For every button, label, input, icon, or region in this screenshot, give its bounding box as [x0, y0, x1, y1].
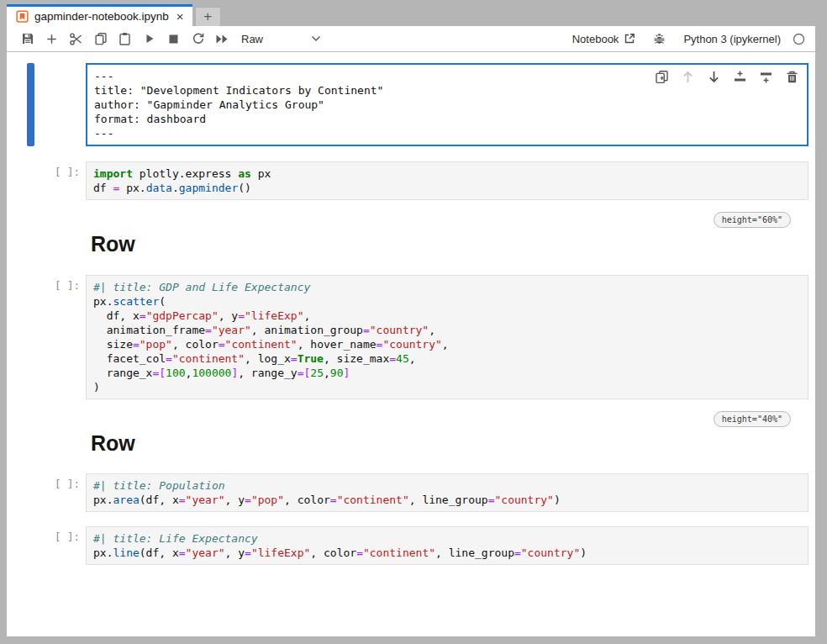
insert-cell-below-button[interactable] [40, 29, 64, 49]
kernel-status-icon [793, 33, 805, 45]
markdown-heading: Row [91, 432, 809, 456]
external-link-icon [624, 33, 635, 45]
code-cell-editor[interactable]: import plotly.express as pxdf = px.data.… [86, 161, 809, 200]
cell-input-prompt [34, 63, 86, 146]
jupyter-window: gapminder-notebook.ipynb × + [7, 0, 815, 636]
move-cell-up-icon [681, 70, 695, 84]
code-cell-editor[interactable]: #| title: Populationpx.area(df, x="year"… [86, 473, 809, 512]
chevron-down-icon [311, 35, 321, 42]
code-line: df = px.data.gapminder() [93, 181, 801, 195]
bug-icon [653, 33, 666, 45]
tab-gapminder-notebook[interactable]: gapminder-notebook.ipynb × [7, 4, 192, 26]
code-line: --- [94, 126, 800, 140]
markdown-rendered-body[interactable]: height="60%"Row [86, 214, 809, 261]
cell-input-prompt: [ ]: [34, 275, 86, 399]
code-line: px.area(df, x="year", y="pop", color="co… [93, 493, 801, 507]
cell-collapser[interactable] [27, 63, 34, 146]
save-button[interactable] [15, 29, 40, 49]
code-line: px.scatter( [93, 294, 801, 309]
code-line: import plotly.express as px [93, 166, 801, 181]
cell-input-prompt [34, 414, 86, 461]
stop-icon [168, 34, 179, 45]
code-line: facet_col="continent", log_x=True, size_… [93, 351, 801, 366]
open-in-notebook-link[interactable]: Notebook [572, 33, 636, 45]
notebook-link-label: Notebook [572, 33, 619, 45]
restart-kernel-button[interactable] [186, 29, 210, 49]
move-cell-down-icon[interactable] [707, 70, 721, 84]
code-cell[interactable]: [ ]:#| title: Populationpx.area(df, x="y… [7, 473, 815, 512]
cell-toolbar [655, 70, 799, 84]
cell-collapser [27, 214, 34, 261]
code-cell[interactable]: [ ]:#| title: Life Expectancypx.line(df,… [7, 526, 815, 565]
notebook-file-icon [16, 10, 29, 23]
debugger-button[interactable] [647, 29, 672, 49]
restart-and-run-all-button[interactable] [210, 29, 234, 49]
height-attribute-badge: height="40%" [714, 411, 791, 427]
restart-icon [192, 32, 205, 45]
code-line: format: dashboard [94, 112, 800, 126]
save-icon [21, 32, 34, 45]
cell-collapser [27, 526, 34, 565]
copy-cells-button[interactable] [88, 29, 113, 49]
code-cell-editor[interactable]: #| title: GDP and Life Expectancypx.scat… [86, 275, 809, 399]
interrupt-kernel-button[interactable] [161, 29, 186, 49]
notebook-panel: ---title: "Development Indicators by Con… [7, 52, 815, 636]
toolbar-right: Notebook Python 3 (ipykernel) [572, 29, 805, 49]
fast-forward-icon [215, 34, 229, 45]
cell-collapser [27, 275, 34, 399]
code-line: author: "Gapminder Analytics Group" [94, 98, 800, 112]
insert-cell-above-icon[interactable] [733, 70, 747, 84]
tab-close-icon[interactable]: × [176, 10, 184, 23]
code-line: df, x="gdpPercap", y="lifeExp", [93, 309, 801, 323]
notebook-toolbar: Raw Notebook Python 3 [7, 26, 815, 52]
plus-icon [45, 33, 58, 45]
cell-type-dropdown[interactable]: Raw [241, 29, 321, 49]
run-cell-button[interactable] [137, 29, 161, 49]
paste-icon [119, 32, 131, 45]
cell-type-value: Raw [241, 33, 263, 45]
cell-collapser [27, 414, 34, 461]
markdown-cell[interactable]: height="40%"Row [7, 414, 815, 461]
tab-bar: gapminder-notebook.ipynb × + [7, 0, 815, 26]
raw-cell-editor[interactable]: ---title: "Development Indicators by Con… [86, 63, 809, 146]
delete-cell-icon[interactable] [785, 70, 799, 84]
cell-input-prompt: [ ]: [34, 161, 86, 200]
code-line: ) [93, 380, 801, 394]
markdown-rendered-body[interactable]: height="40%"Row [86, 414, 809, 461]
kernel-name-label[interactable]: Python 3 (ipykernel) [683, 33, 781, 45]
code-line: #| title: Life Expectancy [93, 531, 801, 546]
paste-cells-button[interactable] [113, 29, 137, 49]
copy-icon [94, 32, 108, 45]
height-attribute-badge: height="60%" [714, 212, 791, 228]
code-cell[interactable]: [ ]:#| title: GDP and Life Expectancypx.… [7, 275, 815, 399]
new-tab-button[interactable]: + [195, 7, 221, 26]
run-icon [144, 33, 155, 45]
code-line: size="pop", color="continent", hover_nam… [93, 337, 801, 351]
code-line: animation_frame="year", animation_group=… [93, 323, 801, 337]
duplicate-cell-icon[interactable] [655, 70, 669, 84]
cell-collapser [27, 161, 34, 200]
code-cell-editor[interactable]: #| title: Life Expectancypx.line(df, x="… [86, 526, 809, 565]
insert-cell-below-icon[interactable] [759, 70, 773, 84]
cut-cells-button[interactable] [64, 29, 88, 49]
raw-cell[interactable]: ---title: "Development Indicators by Con… [7, 63, 815, 146]
cell-list: ---title: "Development Indicators by Con… [7, 63, 815, 565]
markdown-heading: Row [91, 233, 809, 256]
code-line: #| title: Population [93, 478, 801, 493]
cell-input-prompt: [ ]: [34, 473, 86, 512]
code-cell[interactable]: [ ]:import plotly.express as pxdf = px.d… [7, 161, 815, 200]
code-line: px.line(df, x="year", y="lifeExp", color… [93, 546, 801, 560]
cell-input-prompt: [ ]: [34, 526, 86, 565]
code-line: title: "Development Indicators by Contin… [94, 83, 800, 98]
tab-title: gapminder-notebook.ipynb [34, 10, 169, 23]
cell-collapser [27, 473, 34, 512]
cell-input-prompt [34, 214, 86, 261]
markdown-cell[interactable]: height="60%"Row [7, 214, 815, 261]
code-line: #| title: GDP and Life Expectancy [93, 280, 801, 294]
cut-icon [69, 32, 83, 46]
code-line: range_x=[100,100000], range_y=[25,90] [93, 366, 801, 380]
